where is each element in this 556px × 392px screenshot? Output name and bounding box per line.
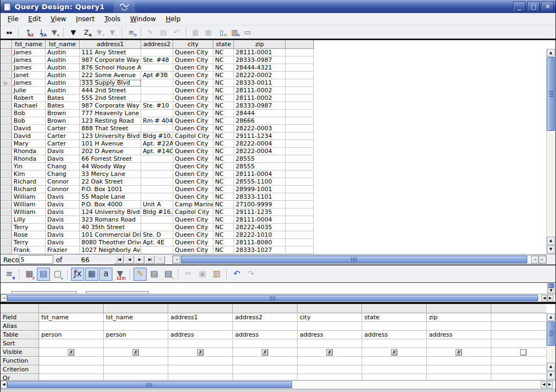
table-cell[interactable]: Frank	[12, 246, 46, 254]
row-selector[interactable]	[1, 87, 12, 94]
design-cell-sort[interactable]	[298, 339, 362, 348]
column-header-lst_name[interactable]: lst_name	[46, 40, 80, 49]
table-cell[interactable]: Austin	[46, 49, 80, 56]
table-cell[interactable]	[141, 64, 173, 72]
table-cell[interactable]: Carter	[46, 125, 80, 132]
table-cell[interactable]: 44 Woody Way	[80, 163, 141, 170]
table-cell[interactable]: Connor	[46, 178, 80, 186]
design-cell-table[interactable]: address	[168, 331, 233, 339]
table-cell[interactable]: William	[12, 193, 46, 201]
results-vertical-scrollbar[interactable]: ▲ ▲ ▼	[546, 49, 555, 254]
table-cell[interactable]: Davis	[46, 239, 80, 246]
table-cell[interactable]: James	[12, 79, 46, 87]
design-cell-criterion[interactable]	[39, 365, 104, 374]
table-cell[interactable]: 123 Resting Road	[80, 117, 141, 125]
design-column-header[interactable]	[491, 304, 547, 313]
design-grid-scroll-thumb[interactable]	[547, 321, 555, 346]
table-cell[interactable]: Davis	[46, 148, 80, 155]
table-cell[interactable]: Queen City	[173, 246, 213, 254]
scroll-down-button[interactable]: ▼	[548, 288, 554, 293]
design-cell-or[interactable]	[298, 374, 362, 380]
design-column-header[interactable]	[362, 304, 427, 313]
design-cell-sort[interactable]	[362, 339, 427, 348]
table-cell[interactable]: 28333-1027	[234, 246, 286, 254]
table-cell[interactable]: Chang	[46, 163, 80, 170]
visible-checkbox[interactable]: ✗	[456, 349, 462, 356]
table-cell[interactable]: Austin	[46, 64, 80, 72]
table-cell[interactable]: 28222-0004	[234, 148, 286, 155]
table-cell[interactable]	[141, 193, 173, 201]
design-cell-field[interactable]: lst_name	[104, 313, 168, 322]
table-cell[interactable]: NC	[213, 110, 234, 117]
title-bar[interactable]: Query Design: Query1 _ □ ✕	[1, 0, 555, 13]
design-cell-sort[interactable]	[491, 339, 547, 348]
table-cell[interactable]	[286, 155, 314, 163]
table-cell[interactable]: Queen City	[173, 224, 213, 231]
table-cell[interactable]: Queen City	[173, 87, 213, 94]
table-cell[interactable]: 323 Romans Road	[80, 216, 141, 224]
table-cell[interactable]: Ste. #10	[141, 102, 173, 110]
design-cell-or[interactable]	[427, 374, 491, 380]
table-cell[interactable]	[286, 208, 314, 216]
row-selector[interactable]	[1, 148, 12, 155]
scroll-up-button[interactable]: ▲	[547, 49, 555, 56]
design-cell-visible[interactable]: ✗	[362, 348, 427, 357]
table-cell[interactable]: Robert	[12, 94, 46, 102]
table-cell[interactable]: P.O. Box 1001	[80, 186, 141, 193]
table-cell[interactable]: 28111-0004	[234, 170, 286, 178]
table-cell[interactable]	[286, 178, 314, 186]
table-cell[interactable]: Queen City	[173, 148, 213, 155]
design-cell-or[interactable]	[233, 374, 298, 380]
design-cell-sort[interactable]	[233, 339, 298, 348]
row-selector[interactable]	[1, 125, 12, 132]
table-cell[interactable]: 987 Corporate Way	[80, 102, 141, 110]
design-cell-alias[interactable]	[362, 322, 427, 331]
table-cell[interactable]: Kim	[12, 170, 46, 178]
row-selector[interactable]	[1, 102, 12, 110]
table-cell[interactable]	[286, 49, 314, 56]
last-record-button[interactable]: ▶|	[145, 255, 155, 264]
design-cell-sort[interactable]	[39, 339, 104, 348]
scroll-right-button[interactable]: ▶	[547, 381, 553, 388]
table-pane-horizontal-scrollbar[interactable]: ◀ ◀ ▶	[1, 294, 555, 302]
table-cell[interactable]: Mary	[12, 140, 46, 148]
design-cell-or[interactable]	[39, 374, 104, 380]
add-table-button[interactable]: ▢+	[51, 268, 64, 281]
design-column-header[interactable]	[233, 304, 298, 313]
table-cell[interactable]: Davis	[46, 216, 80, 224]
table-cell[interactable]: NC	[213, 224, 234, 231]
design-cell-visible[interactable]: ✗	[427, 348, 491, 357]
table-cell[interactable]	[141, 155, 173, 163]
table-cell[interactable]: NC	[213, 155, 234, 163]
table-cell[interactable]: 28666	[234, 117, 286, 125]
row-selector[interactable]	[1, 140, 12, 148]
table-cell[interactable]: Janet	[12, 72, 46, 79]
table-cell[interactable]: NC	[213, 148, 234, 155]
design-column-header[interactable]	[427, 304, 491, 313]
table-cell[interactable]: James	[12, 49, 46, 56]
table-cell[interactable]: NC	[213, 246, 234, 254]
table-cell[interactable]: P.O. Box 4000	[80, 201, 141, 208]
close-button[interactable]: ✕	[541, 2, 554, 12]
table-cell[interactable]: Rhonda	[12, 155, 46, 163]
table-cell[interactable]: Chang	[46, 170, 80, 178]
table-cell[interactable]: Camp Marine	[173, 201, 213, 208]
table-cell[interactable]: 55 Maple Lane	[80, 193, 141, 201]
design-column-header[interactable]	[104, 304, 168, 313]
row-selector[interactable]	[1, 224, 12, 231]
table-cell[interactable]: Apt #3B	[141, 72, 173, 79]
explorer-button[interactable]: ▭	[242, 27, 254, 37]
table-cell[interactable]: Carter	[46, 140, 80, 148]
design-cell-table[interactable]: address	[298, 331, 362, 339]
table-cell[interactable]: Connor	[46, 186, 80, 193]
table-cell[interactable]: 28222-1010	[234, 231, 286, 239]
table-cell[interactable]: NC	[213, 163, 234, 170]
design-cell-criterion[interactable]	[362, 365, 427, 374]
table-cell[interactable]: Queen City	[173, 117, 213, 125]
autofilter-button[interactable]: ▼+	[48, 27, 60, 37]
design-cell-visible[interactable]: ✗	[233, 348, 298, 357]
table-cell[interactable]: Austin	[46, 56, 80, 64]
table-cell[interactable]: Queen City	[173, 231, 213, 239]
scroll-up-button[interactable]: ▲	[547, 237, 555, 245]
sort-descending-button[interactable]: ↓ZA	[35, 27, 47, 37]
